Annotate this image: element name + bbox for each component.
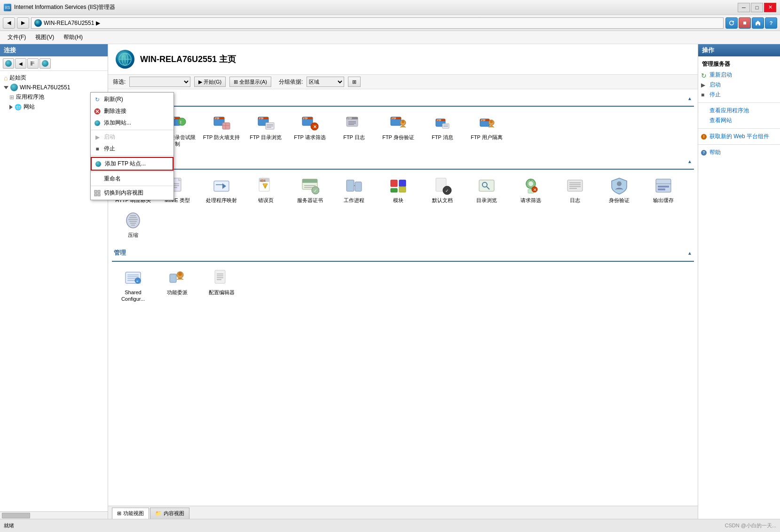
icon-log[interactable]: 日志 [554,173,596,206]
svg-rect-136 [95,190,97,193]
expand-icon-website [9,105,13,110]
right-divider-3 [698,144,780,145]
toolbar-refresh-btn[interactable] [39,58,51,69]
svg-text:✓: ✓ [314,188,317,193]
title-bar-left: IIS Internet Information Services (IIS)管… [4,3,115,11]
svg-rect-109 [658,186,669,188]
action-view-website[interactable]: 查看网站 [698,116,780,125]
action-restart[interactable]: ↻ 重新启动 [698,70,780,80]
back-button[interactable]: ◀ [3,17,15,29]
title-bar-controls: ─ □ ✕ [738,3,776,12]
icon-handler[interactable]: 处理程序映射 [200,173,243,206]
ctx-add-website[interactable]: 添加网站... [91,117,173,129]
ctx-sep-4 [91,186,173,186]
start-filter-btn[interactable]: ▶ 开始(G) [194,77,226,87]
svg-rect-51 [442,124,449,128]
app-icon: IIS [4,4,11,11]
icon-delegation[interactable]: 功能委派 [156,266,198,305]
nav-refresh-button[interactable] [725,17,738,29]
icon-ftp-firewall[interactable]: FTP FTP 防火墙支持 [200,110,243,150]
icon-auth[interactable]: 身份验证 [598,173,640,206]
icon-default-doc[interactable]: ✓ 默认文档 [421,173,464,206]
svg-rect-101 [567,180,583,191]
icon-ftp-log[interactable]: FTP FTP 日志 [333,110,375,150]
toolbar-tree-btn[interactable] [27,58,39,69]
icon-ftp-reqfilter[interactable]: FTP ✕ FTP 请求筛选 [289,110,331,150]
icon-config-editor[interactable]: 配置编辑器 [200,266,243,305]
ftp-reqfilter-label: FTP 请求筛选 [294,134,326,141]
minimize-button[interactable]: ─ [738,3,750,12]
view-toggle-btn[interactable]: ⊞ [348,77,361,87]
nav-stop-button[interactable] [739,17,751,29]
icon-ftp-auth[interactable]: FTP FTP 身份验证 [377,110,419,150]
icon-dir-browse[interactable]: 目录浏览 [465,173,508,206]
ctx-refresh[interactable]: ↻ 刷新(R) [91,94,173,105]
panel-header: WIN-RELA76U2551 主页 [108,44,698,75]
svg-text:✕: ✕ [533,188,537,192]
ctx-refresh-icon: ↻ [94,96,101,103]
ctx-rename[interactable]: 重命名 [91,173,173,185]
output-cache-label: 输出缓存 [653,197,674,203]
svg-text:✕: ✕ [313,125,317,129]
icon-ftp-msg[interactable]: FTP FTP 消息 [421,110,464,150]
menu-file[interactable]: 文件(F) [4,32,30,43]
icon-shared-config[interactable]: ≡ Shared Configur... [112,266,154,305]
svg-text:✓: ✓ [445,188,449,193]
group-select[interactable]: 区域 [307,77,344,87]
icon-module[interactable]: 模块 [377,173,419,206]
svg-text:FTP: FTP [392,117,396,120]
ctx-start[interactable]: ▶ 启动 [91,131,173,143]
icon-ftp-dirbrowse[interactable]: FTP FTP 目录浏览 [244,110,287,150]
svg-rect-82 [347,180,354,191]
h-scrollbar[interactable] [0,511,108,519]
svg-text:FTP: FTP [259,117,264,120]
nav-toolbar: ? [725,17,777,29]
icons-scroll-area[interactable]: FTP ▲ FTP SSL 设置 [108,89,698,506]
svg-point-106 [617,181,622,186]
ftp-collapse-btn[interactable]: ▲ [687,96,692,101]
tree-item-home[interactable]: ⌂ 起始页 [2,73,106,83]
ctx-start-icon: ▶ [94,133,101,141]
iis-collapse-btn[interactable]: ▲ [687,159,692,164]
action-view-apppool[interactable]: 查看应用程序池 [698,106,780,116]
menu-view[interactable]: 视图(V) [32,32,58,43]
filter-bar: 筛选: ▶ 开始(G) ⊞ 全部显示(A) 分组依据: 区域 ⊞ [108,75,698,89]
icon-output-cache[interactable]: 输出缓存 [642,173,685,206]
address-bar[interactable]: WIN-RELA76U2551 ▶ [44,20,100,26]
svg-rect-0 [743,22,746,24]
toolbar-back-btn[interactable]: ◀ [15,58,26,69]
icon-worker[interactable]: 工作进程 [333,173,375,206]
toolbar-globe-btn[interactable] [3,58,14,69]
ctx-delete-conn[interactable]: 删除连接 [91,105,173,117]
home-icon: ⌂ [4,74,8,82]
svg-point-127 [178,272,182,276]
icon-req-filter[interactable]: ✕ 请求筛选 [510,173,552,206]
action-stop[interactable]: ■ 停止 [698,90,780,100]
show-all-btn[interactable]: ⊞ 全部显示(A) [229,77,271,87]
ftp-log-label: FTP 日志 [343,134,365,141]
tab-feature-view[interactable]: ⊞ 功能视图 [112,508,149,519]
nav-home-button[interactable] [752,17,764,29]
menu-help[interactable]: 帮助(H) [60,32,87,43]
ftp-log-icon-img: FTP [345,113,363,132]
forward-button[interactable]: ▶ [17,17,29,29]
maximize-button[interactable]: □ [751,3,763,12]
ctx-stop[interactable]: ■ 停止 [91,143,173,155]
icon-compress[interactable]: 压缩 [112,208,154,241]
nav-help-button[interactable]: ? [765,17,777,29]
icon-cert[interactable]: ✓ 服务器证书 [289,173,331,206]
ctx-switch-content[interactable]: 切换到内容视图 [91,187,173,199]
log-label: 日志 [570,197,580,203]
action-get-platform[interactable]: ! 获取新的 Web 平台组件 [698,132,780,141]
icon-ftp-userisol[interactable]: FTP FTP 用户隔离 [465,110,508,150]
filter-select[interactable] [129,77,190,87]
ctx-rename-icon [94,175,101,183]
tab-content-view[interactable]: 📁 内容视图 [150,508,189,519]
action-help[interactable]: ? 帮助 [698,148,780,157]
ctx-add-ftp[interactable]: 添加 FTP 站点... [91,157,173,171]
action-start[interactable]: ▶ 启动 [698,80,780,90]
close-button[interactable]: ✕ [764,3,776,12]
mgmt-collapse-btn[interactable]: ▲ [687,250,692,256]
tree-item-server[interactable]: WIN-RELA76U2551 [2,83,106,92]
icon-error[interactable]: 404 ! 错误页 [244,173,287,206]
